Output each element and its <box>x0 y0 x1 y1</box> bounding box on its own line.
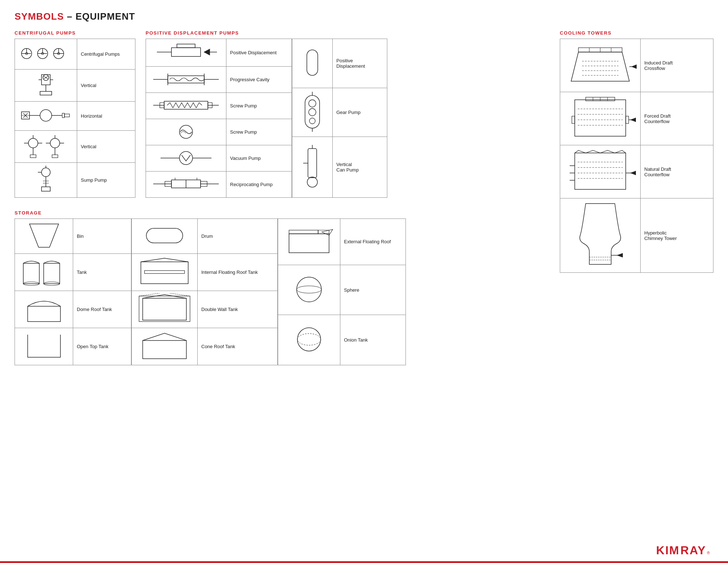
svg-point-35 <box>41 168 50 177</box>
svg-rect-91 <box>139 296 190 322</box>
symbol-cell <box>146 39 226 67</box>
label-cell: Double Wall Tank <box>198 291 278 328</box>
svg-point-23 <box>28 138 38 148</box>
label-cell: Vertical <box>77 70 135 102</box>
storage-col3-table: External Floating Roof Sphere <box>278 218 406 365</box>
svg-rect-121 <box>626 116 629 123</box>
svg-rect-89 <box>145 271 185 273</box>
svg-point-14 <box>40 110 52 121</box>
label-cell: Vertical <box>77 131 135 163</box>
svg-point-98 <box>297 286 321 293</box>
svg-rect-22 <box>64 114 70 117</box>
table-row: Progressive Cavity <box>146 67 292 93</box>
symbol-cell <box>292 39 333 88</box>
label-cell: Onion Tank <box>340 315 406 365</box>
footer-bar <box>0 561 728 563</box>
svg-rect-93 <box>289 234 329 253</box>
table-row: Screw Pump <box>146 119 292 145</box>
svg-rect-84 <box>44 263 60 284</box>
svg-rect-43 <box>177 44 195 48</box>
label-cell: Internal Floating Roof Tank <box>198 254 278 291</box>
label-cell: HyperbolicChimney Tower <box>641 198 713 273</box>
label-cell: Bin <box>73 219 131 254</box>
storage-title: STORAGE <box>15 210 406 216</box>
svg-rect-90 <box>143 298 186 320</box>
storage-col1-table: Bin <box>15 218 131 365</box>
symbol-cell <box>146 67 226 93</box>
symbol-cell <box>560 39 641 92</box>
page-title: SYMBOLS – EQUIPMENT <box>15 11 713 22</box>
table-row: Positive Displacement <box>146 39 292 67</box>
symbol-cell <box>146 119 226 145</box>
table-row: Induced DraftCrossflow <box>560 39 713 92</box>
svg-rect-111 <box>575 100 626 136</box>
svg-point-73 <box>309 118 315 124</box>
symbol-cell <box>146 93 226 119</box>
symbol-cell <box>132 328 198 365</box>
label-cell: Screw Pump <box>226 93 292 119</box>
table-row: Centrifugal Pumps <box>15 39 135 70</box>
label-cell: Horizontal <box>77 102 135 131</box>
symbol-cell <box>15 131 77 163</box>
svg-point-99 <box>297 328 321 351</box>
svg-point-77 <box>307 177 317 187</box>
symbol-cell <box>292 137 333 198</box>
symbol-cell <box>292 88 333 137</box>
svg-rect-76 <box>308 149 317 178</box>
table-row: Cone Roof Tank <box>132 328 278 365</box>
label-cell: PositiveDisplacement <box>333 39 387 88</box>
symbol-cell <box>278 265 340 315</box>
table-row: Double Wall Tank <box>132 291 278 328</box>
storage-section: STORAGE Bin <box>15 210 406 365</box>
label-cell: Screw Pump <box>226 119 292 145</box>
table-row: Bin <box>15 219 131 254</box>
label-cell: Induced DraftCrossflow <box>641 39 713 92</box>
label-cell: Gear Pump <box>333 88 387 137</box>
title-rest: – EQUIPMENT <box>64 11 135 22</box>
label-cell: Drum <box>198 219 278 254</box>
svg-rect-28 <box>30 155 36 158</box>
svg-rect-94 <box>289 230 318 234</box>
symbol-cell <box>560 145 641 198</box>
svg-rect-124 <box>575 153 626 189</box>
svg-marker-81 <box>29 224 59 247</box>
symbol-cell <box>132 291 198 328</box>
svg-point-100 <box>297 334 321 345</box>
label-cell: External Floating Roof <box>340 219 406 265</box>
svg-rect-8 <box>40 91 52 95</box>
centrifugal-pumps-section: CENTRIFUGAL PUMPS <box>15 30 135 198</box>
svg-point-97 <box>297 277 321 302</box>
symbol-cell <box>15 102 77 131</box>
table-row: Gear Pump <box>292 88 387 137</box>
table-row: Tank <box>15 254 131 291</box>
table-row: Vertical <box>15 70 135 102</box>
symbol-cell <box>132 219 198 254</box>
symbol-cell <box>560 198 641 273</box>
svg-rect-87 <box>146 228 183 243</box>
table-row: Screw Pump <box>146 93 292 119</box>
table-row: Dome Roof Tank <box>15 291 131 328</box>
symbol-cell <box>15 70 77 102</box>
label-cell: Positive Displacement <box>226 39 292 67</box>
cooling-towers-table: Induced DraftCrossflow <box>560 39 713 273</box>
svg-rect-70 <box>305 95 320 128</box>
svg-point-71 <box>309 100 316 107</box>
table-row: Sphere <box>278 265 406 315</box>
title-highlight: SYMBOLS <box>15 11 64 22</box>
symbol-cell <box>146 172 226 198</box>
symbol-cell <box>15 254 73 291</box>
symbol-cell <box>278 315 340 365</box>
table-row: Drum <box>132 219 278 254</box>
label-cell: Natural DraftCounterflow <box>641 145 713 198</box>
cooling-towers-section: COOLING TOWERS <box>560 30 713 273</box>
table-row: HyperbolicChimney Tower <box>560 198 713 273</box>
table-row: Forced DraftCounterflow <box>560 92 713 145</box>
label-cell: Progressive Cavity <box>226 67 292 93</box>
svg-rect-39 <box>41 187 50 191</box>
label-cell: Reciprocating Pump <box>226 172 292 198</box>
label-cell: Dome Roof Tank <box>73 291 131 328</box>
svg-rect-86 <box>28 306 60 322</box>
svg-rect-88 <box>141 262 188 284</box>
logo-text: KIM <box>656 544 680 557</box>
symbol-cell <box>15 39 77 70</box>
